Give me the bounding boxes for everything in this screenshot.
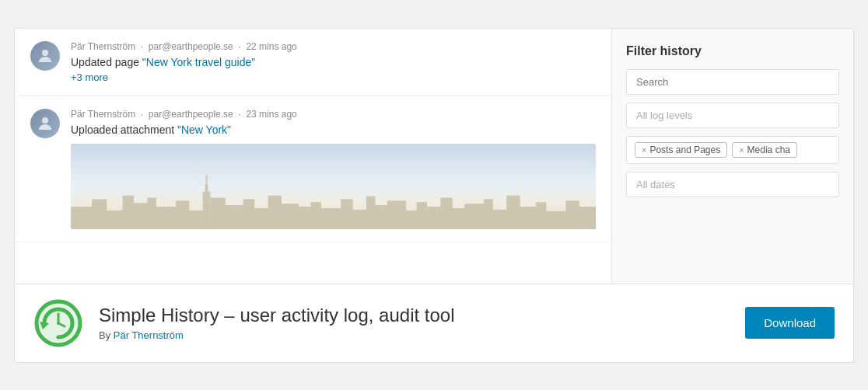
svg-rect-13	[206, 175, 208, 186]
svg-rect-8	[155, 207, 177, 229]
plugin-info-bar: Simple History – user activity log, audi…	[14, 284, 854, 363]
log-time: 23 mins ago	[246, 109, 296, 120]
log-image	[71, 144, 596, 229]
filter-tag[interactable]: × Posts and Pages	[635, 142, 727, 158]
svg-rect-19	[280, 204, 299, 229]
plugin-title: Simple History – user activity log, audi…	[99, 305, 730, 326]
tag-label: Media cha	[747, 145, 790, 155]
svg-rect-31	[440, 197, 452, 229]
svg-rect-10	[187, 210, 204, 228]
plugin-logo	[33, 298, 83, 348]
log-more[interactable]: +3 more	[71, 71, 596, 83]
svg-rect-9	[176, 200, 189, 229]
plugin-text: Simple History – user activity log, audi…	[99, 305, 730, 341]
tag-remove-icon[interactable]: ×	[739, 145, 744, 155]
svg-rect-32	[451, 208, 466, 229]
svg-rect-16	[243, 199, 254, 229]
svg-rect-35	[492, 209, 508, 228]
author-link[interactable]: Pär Thernström	[114, 329, 184, 341]
tag-remove-icon[interactable]: ×	[642, 145, 646, 155]
avatar	[30, 109, 60, 138]
log-entry-content: Pär Thernström · par@earthpeople.se · 22…	[71, 41, 596, 83]
log-message: Updated page "New York travel guide"	[71, 56, 596, 68]
download-button[interactable]: Download	[745, 307, 835, 339]
log-msg-before: Updated page	[71, 56, 142, 68]
svg-rect-24	[352, 209, 368, 228]
filter-sidebar: Filter history All log levels × Posts an…	[612, 29, 853, 284]
log-msg-link[interactable]: "New York"	[177, 124, 231, 136]
activity-log: Pär Thernström · par@earthpeople.se · 22…	[15, 29, 612, 284]
svg-point-47	[57, 322, 60, 325]
svg-rect-38	[536, 202, 547, 229]
svg-rect-3	[92, 199, 107, 229]
svg-point-0	[42, 50, 48, 56]
svg-rect-15	[224, 205, 245, 229]
svg-rect-27	[387, 200, 406, 229]
svg-rect-2	[71, 207, 93, 229]
svg-rect-30	[425, 207, 442, 229]
svg-rect-11	[203, 191, 211, 228]
log-time: 22 mins ago	[246, 41, 296, 52]
log-meta: Pär Thernström · par@earthpeople.se · 23…	[71, 109, 596, 120]
outer-container: Pär Thernström · par@earthpeople.se · 22…	[14, 28, 854, 363]
svg-rect-4	[105, 210, 124, 228]
plugin-preview-card: Pär Thernström · par@earthpeople.se · 22…	[14, 28, 854, 284]
svg-rect-20	[297, 207, 312, 229]
svg-rect-28	[404, 210, 418, 228]
log-msg-before: Uploaded attachment	[71, 124, 177, 136]
tag-label: Posts and Pages	[649, 145, 720, 155]
log-entry: Pär Thernström · par@earthpeople.se · 23…	[15, 96, 611, 242]
log-meta: Pär Thernström · par@earthpeople.se · 22…	[71, 41, 596, 52]
log-entry: Pär Thernström · par@earthpeople.se · 22…	[15, 29, 611, 96]
svg-rect-17	[253, 208, 269, 229]
search-input[interactable]	[626, 69, 839, 95]
svg-rect-33	[464, 204, 485, 229]
author-prefix: By	[99, 329, 114, 341]
plugin-author: By Pär Thernström	[99, 329, 730, 341]
log-msg-link[interactable]: "New York travel guide"	[142, 56, 255, 68]
log-message: Uploaded attachment "New York"	[71, 124, 596, 136]
log-user: Pär Thernström	[71, 109, 135, 120]
log-entry-content: Pär Thernström · par@earthpeople.se · 23…	[71, 109, 596, 229]
svg-rect-23	[341, 199, 352, 229]
svg-rect-41	[578, 207, 596, 229]
svg-rect-26	[374, 205, 389, 229]
svg-rect-21	[311, 202, 322, 229]
svg-rect-12	[205, 184, 208, 195]
svg-rect-6	[132, 203, 149, 229]
svg-rect-39	[544, 211, 567, 228]
svg-rect-22	[320, 208, 342, 229]
avatar	[30, 41, 60, 71]
svg-rect-36	[506, 195, 520, 228]
filter-tag[interactable]: × Media cha	[732, 142, 797, 158]
svg-rect-18	[268, 195, 282, 228]
svg-rect-37	[519, 207, 537, 229]
svg-rect-29	[417, 202, 428, 229]
dates-select[interactable]: All dates	[626, 172, 839, 197]
svg-rect-40	[565, 200, 579, 229]
log-image-placeholder	[71, 144, 596, 229]
svg-rect-5	[123, 195, 134, 228]
svg-point-1	[42, 117, 48, 124]
log-email: par@earthpeople.se	[149, 41, 233, 52]
log-level-select[interactable]: All log levels	[626, 103, 839, 128]
svg-rect-14	[210, 197, 225, 229]
dates-label: All dates	[636, 179, 675, 190]
log-user: Pär Thernström	[71, 41, 135, 52]
filter-title: Filter history	[626, 44, 839, 58]
filter-tags-container: × Posts and Pages × Media cha	[626, 136, 839, 164]
log-email: par@earthpeople.se	[149, 109, 233, 120]
